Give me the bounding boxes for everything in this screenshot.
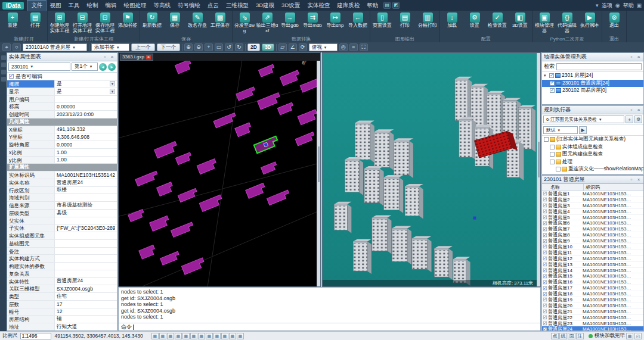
row-checkbox[interactable]	[543, 222, 547, 225]
row-checkbox[interactable]	[543, 233, 547, 236]
prev-entity-button[interactable]: ◂	[99, 63, 107, 71]
close-icon[interactable]: ×	[636, 107, 642, 113]
property-value[interactable]: 是▾	[55, 80, 117, 88]
property-row[interactable]: 旋转角度0.0000	[7, 141, 117, 149]
menu-item[interactable]: 文件	[27, 1, 46, 11]
property-value[interactable]: SXJZ0004.osgb	[55, 285, 117, 292]
menu-item[interactable]: 绘图处理	[120, 1, 150, 11]
property-row[interactable]: 地址行知大道	[7, 323, 117, 330]
measure-icon[interactable]: ∠	[289, 43, 297, 51]
pan-icon[interactable]: +	[205, 43, 213, 51]
new-file-button[interactable]: +新建	[1, 11, 24, 36]
mode-2d-button[interactable]: 2D	[247, 43, 260, 51]
property-row[interactable]: 层级类型县级	[7, 210, 117, 217]
row-checkbox[interactable]	[543, 292, 547, 295]
property-row[interactable]: Y坐标3,306,646.908	[7, 133, 117, 141]
rotate-icon[interactable]: ⟳	[299, 43, 307, 51]
tree-item[interactable]: 处理	[542, 158, 643, 166]
property-value[interactable]: 住宅	[55, 293, 117, 300]
tree-item[interactable]: 230101 普通房屋[24]	[542, 80, 643, 88]
row-checkbox[interactable]	[543, 251, 547, 254]
tree-checkbox[interactable]	[550, 152, 555, 157]
entity-search-input[interactable]	[556, 63, 642, 70]
status-toggle-icon[interactable]: ▦	[221, 333, 228, 339]
open-folder-button[interactable]: ▤打开	[24, 11, 47, 36]
entity-index-combo[interactable]: 第1个▾	[72, 63, 98, 71]
property-value[interactable]	[55, 96, 117, 103]
scene-3d-view[interactable]: 相机高度: 373.11米	[322, 52, 541, 287]
add-bookmark-button[interactable]: ⚑添加书签	[116, 11, 139, 36]
property-row[interactable]: 关联三维模型SXJZ0004.osgb	[7, 285, 117, 293]
property-row[interactable]: 房屋结构钢	[7, 316, 117, 323]
property-row[interactable]: 实体组成图元集	[7, 232, 117, 240]
geometry-mode-button[interactable]: 线	[559, 333, 567, 339]
pin-icon[interactable]: ▫	[628, 177, 634, 183]
prev-button[interactable]: 上一个	[131, 43, 155, 51]
row-checkbox[interactable]	[543, 286, 547, 289]
load-button[interactable]: ↓加载	[441, 11, 463, 36]
property-row[interactable]: 基础图元	[7, 240, 117, 248]
status-toggle-icon[interactable]: ▦	[151, 333, 159, 339]
help-icon[interactable]: ◉	[615, 2, 620, 8]
property-value[interactable]: 1.00	[55, 157, 117, 164]
pin-icon[interactable]: ▫	[628, 54, 634, 60]
tree-checkbox[interactable]	[556, 167, 561, 171]
property-row[interactable]: 掩膜是▾	[7, 80, 117, 88]
menu-item[interactable]: 三维模型	[222, 1, 252, 11]
property-value[interactable]	[55, 194, 117, 201]
property-value[interactable]: 县级	[55, 210, 117, 217]
row-checkbox[interactable]	[543, 204, 547, 207]
close-icon[interactable]: ×	[636, 177, 642, 183]
rule-settings-icon[interactable]: ⚙	[634, 116, 642, 123]
tree-checkbox[interactable]	[549, 73, 554, 78]
export-dwg-button[interactable]: ⇘分发至dwg	[233, 11, 256, 36]
menu-item[interactable]: 建库质检	[333, 1, 363, 11]
code-editor-button[interactable]: {}代码编辑器	[556, 11, 578, 36]
save-as-button[interactable]: ✎改名存盘	[186, 11, 209, 36]
property-value[interactable]	[55, 232, 117, 239]
property-value[interactable]: 17	[55, 301, 117, 308]
property-value[interactable]	[55, 217, 117, 224]
row-checkbox[interactable]	[543, 322, 547, 325]
map-tab[interactable]: 3363.i.gxp ×	[120, 54, 153, 61]
tree-checkbox[interactable]	[550, 81, 555, 86]
camera-icon[interactable]: ◎	[339, 43, 348, 51]
property-row[interactable]: 创建时间2023/12/23 0:00	[7, 111, 117, 118]
menu-item[interactable]: 工具	[64, 1, 83, 11]
status-toggle-icon[interactable]: ▦	[182, 333, 190, 339]
status-toggle-icon[interactable]: ▦	[237, 333, 244, 339]
tree-item[interactable]: 230102 简易房屋[0]	[542, 87, 643, 95]
property-value[interactable]: 是▾	[55, 88, 117, 95]
menu-item[interactable]: 等高线	[150, 1, 174, 11]
create-project-button[interactable]: ⊞创建地理实体工程	[48, 11, 71, 36]
row-checkbox[interactable]	[543, 245, 547, 248]
map-2d-canvas[interactable]: N 8°	[119, 61, 320, 286]
fullscreen-icon[interactable]: ⛶	[360, 43, 368, 51]
menu-item[interactable]: 编辑	[101, 1, 120, 11]
property-row[interactable]: x比例1.00	[7, 149, 117, 157]
property-value[interactable]	[55, 240, 117, 247]
property-row[interactable]: y比例1.00	[7, 157, 117, 164]
cursor-icon[interactable]	[1, 55, 6, 60]
search-icon[interactable]: ○	[13, 43, 21, 51]
row-checkbox[interactable]	[543, 210, 547, 213]
scene-3d-scrollbar[interactable]	[537, 53, 540, 286]
open-project-button[interactable]: ⊟打开地理实体工程	[71, 11, 94, 36]
help-button[interactable]: 帮助	[623, 2, 633, 10]
status-toggle-icon[interactable]: ▦	[159, 333, 166, 339]
pin-icon[interactable]: ▫	[102, 54, 108, 60]
status-toggle-icon[interactable]: ▦	[213, 333, 221, 339]
property-value[interactable]: 0.00000	[55, 103, 117, 110]
save-project-button[interactable]: ⊡保存地理实体工程	[94, 11, 116, 36]
status-toggle-icon[interactable]: ▦	[190, 333, 197, 339]
column-name[interactable]: 名称	[542, 184, 584, 191]
property-row[interactable]: 复杂关系	[7, 270, 117, 278]
menu-item[interactable]: 符号编绘	[174, 1, 204, 11]
property-value[interactable]: 市县级基础测绘	[55, 202, 117, 209]
column-code[interactable]: 标识码	[584, 184, 643, 191]
tree-checkbox[interactable]	[550, 145, 555, 149]
hand-icon[interactable]	[1, 63, 6, 67]
layer-icon[interactable]	[1, 77, 6, 82]
tree-item[interactable]: (江苏实体与图元构建关系检查)	[542, 136, 643, 144]
tree-checkbox[interactable]	[544, 137, 549, 142]
